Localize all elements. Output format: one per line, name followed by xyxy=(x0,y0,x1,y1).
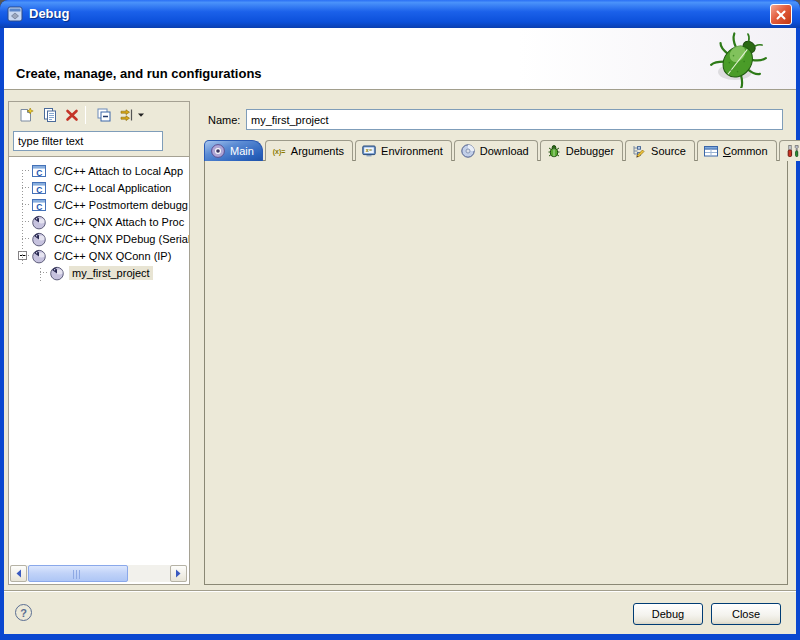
qnx-icon xyxy=(31,248,47,264)
close-icon xyxy=(775,9,787,21)
scroll-right-button[interactable] xyxy=(170,565,187,582)
c-application-icon: C xyxy=(31,197,47,213)
new-configuration-button[interactable] xyxy=(15,104,37,126)
source-icon xyxy=(631,143,647,159)
collapse-all-button[interactable] xyxy=(93,104,115,126)
c-application-icon: C xyxy=(31,180,47,196)
qnx-icon xyxy=(31,248,47,264)
debug-dialog: Debug Create, manage, and run configurat… xyxy=(0,0,800,640)
qnx-icon xyxy=(31,231,47,247)
filter-input[interactable] xyxy=(13,131,163,151)
scroll-left-button[interactable] xyxy=(10,565,27,582)
tree-item-label: C/C++ Local Application xyxy=(51,181,174,195)
scroll-left-icon xyxy=(15,569,22,578)
tab-arguments[interactable]: (x)=Arguments xyxy=(265,140,353,161)
tab-bar: Main(x)=Argumentsx=EnvironmentDownloadDe… xyxy=(204,139,800,161)
filter-icon xyxy=(119,107,135,123)
c-application-icon: C xyxy=(31,197,47,213)
bug-icon xyxy=(708,30,770,88)
configuration-tree[interactable]: CC/C++ Attach to Local AppCC/C++ Local A… xyxy=(9,156,189,584)
c-application-icon: C xyxy=(31,180,47,196)
tab-source[interactable]: Source xyxy=(625,140,695,161)
window-title: Debug xyxy=(29,6,69,21)
delete-icon xyxy=(64,107,80,123)
tree-item[interactable]: C/C++ QNX PDebug (Serial xyxy=(9,230,189,247)
close-dialog-button[interactable]: Close xyxy=(711,603,781,625)
help-button[interactable]: ? xyxy=(15,604,32,621)
horizontal-scrollbar[interactable] xyxy=(10,565,187,582)
qnx-icon xyxy=(31,231,47,247)
window-icon xyxy=(7,6,23,22)
tab-environment[interactable]: x=Environment xyxy=(355,140,452,161)
tree-item[interactable]: CC/C++ Postmortem debugg xyxy=(9,196,189,213)
tree-item-label: C/C++ QNX Attach to Proc xyxy=(51,215,187,229)
header-banner: Create, manage, and run configurations xyxy=(4,28,796,90)
svg-text:C: C xyxy=(36,201,42,211)
tab-download[interactable]: Download xyxy=(454,140,538,161)
svg-text:(x)=: (x)= xyxy=(273,148,286,156)
new-configuration-icon xyxy=(18,107,34,123)
common-icon xyxy=(703,143,719,159)
scroll-right-icon xyxy=(175,569,182,578)
arguments-icon: (x)= xyxy=(271,143,287,159)
tree-item[interactable]: C/C++ QNX QConn (IP) xyxy=(9,247,189,264)
c-application-icon: C xyxy=(31,163,47,179)
tab-debugger[interactable]: Debugger xyxy=(540,140,623,161)
tree-item-label: my_first_project xyxy=(69,266,153,280)
filter-button[interactable] xyxy=(115,104,149,126)
debugger-icon xyxy=(546,143,562,159)
tab-main[interactable]: Main xyxy=(204,140,263,161)
tree-item[interactable]: C/C++ QNX Attach to Proc xyxy=(9,213,189,230)
tab-tools[interactable]: Tools xyxy=(779,140,800,161)
tree-item-label: C/C++ Attach to Local App xyxy=(51,164,186,178)
collapse-all-icon xyxy=(96,107,112,123)
duplicate-button[interactable] xyxy=(39,104,61,126)
qnx-icon xyxy=(49,265,65,281)
target-icon xyxy=(210,143,226,159)
duplicate-icon xyxy=(42,107,58,123)
svg-text:C: C xyxy=(36,167,42,177)
tree-item[interactable]: CC/C++ Attach to Local App xyxy=(9,162,189,179)
tab-label: Arguments xyxy=(291,145,344,157)
qnx-icon xyxy=(31,214,47,230)
svg-text:x=: x= xyxy=(366,147,372,153)
toolbar-separator xyxy=(85,106,86,124)
tools-icon xyxy=(785,143,800,159)
tree-item-label: C/C++ Postmortem debugg xyxy=(51,198,189,212)
tab-label: Download xyxy=(480,145,529,157)
header-title: Create, manage, and run configurations xyxy=(16,66,262,81)
delete-button[interactable] xyxy=(61,104,83,126)
tree-item[interactable]: CC/C++ Local Application xyxy=(9,179,189,196)
tree-item-label: C/C++ QNX QConn (IP) xyxy=(51,249,174,263)
tab-label: Source xyxy=(651,145,686,157)
tree-item-label: C/C++ QNX PDebug (Serial xyxy=(51,232,189,246)
qnx-icon xyxy=(31,214,47,230)
tab-label: Main xyxy=(230,145,254,157)
main-tab-panel xyxy=(204,160,788,585)
title-bar: Debug xyxy=(0,0,800,28)
svg-text:C: C xyxy=(36,184,42,194)
tab-label: Common xyxy=(723,145,768,157)
tree-item[interactable]: my_first_project xyxy=(9,264,189,281)
environment-icon: x= xyxy=(361,143,377,159)
configurations-panel: CC/C++ Attach to Local AppCC/C++ Local A… xyxy=(8,101,190,585)
tab-label: Debugger xyxy=(566,145,614,157)
qnx-icon xyxy=(49,265,65,281)
download-icon xyxy=(460,143,476,159)
tab-common[interactable]: Common xyxy=(697,140,777,161)
name-label: Name: xyxy=(208,114,240,126)
c-application-icon: C xyxy=(31,163,47,179)
close-button[interactable] xyxy=(770,4,792,25)
dropdown-arrow-icon xyxy=(137,112,145,118)
scroll-thumb[interactable] xyxy=(28,565,128,582)
tab-label: Environment xyxy=(381,145,443,157)
footer-separator xyxy=(4,590,796,592)
debug-button[interactable]: Debug xyxy=(633,603,703,625)
name-input[interactable] xyxy=(246,109,783,130)
